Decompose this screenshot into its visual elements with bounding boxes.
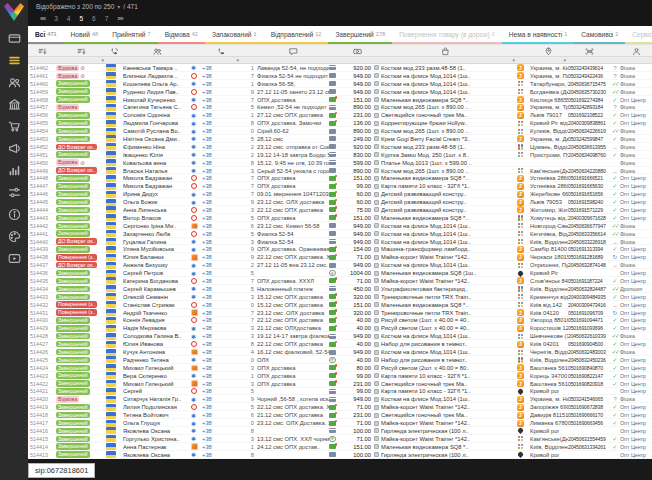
cell-site: Фішка [620, 222, 652, 230]
table-row[interactable]: 514417ЗавершенийОльга Глущук✱+38023.12 с… [28, 419, 652, 427]
column-header-calls[interactable] [241, 45, 257, 56]
table-row[interactable]: 514458ЗавершенийНиколай Кучеренко✱+387ОП… [28, 96, 652, 104]
table-row[interactable]: 514428ЗавершенийСолодкова Галина В..✱+38… [28, 332, 652, 340]
column-header-site[interactable] [620, 45, 652, 56]
column-header-phone[interactable] [202, 45, 241, 56]
pager-page-7[interactable]: 7 [105, 15, 109, 22]
table-row[interactable]: 514447ЗавершенийМикола Бадражан+387ОПХ д… [28, 182, 652, 190]
column-header-order-id[interactable] [28, 45, 56, 56]
table-row[interactable]: 514461Відмова⊘Близнюк Людмила ..+387Фиал… [28, 72, 652, 80]
table-row[interactable]: 514437ДО Возврат ок..Анжела Безушку✱+382… [28, 261, 652, 269]
table-row[interactable]: 514425ЗавершенийРадченко Тетяна✱+380ОЛХ₴… [28, 356, 652, 364]
column-header-sum[interactable] [341, 45, 373, 56]
table-row[interactable]: 514420ВідмоваСитарчук Наталія Гр..✱+389Ч… [28, 395, 652, 403]
pager-last-button[interactable]: »» [117, 15, 122, 22]
table-row[interactable]: 514462Відмова⊘Каневська Тамара ..✱+381Ла… [28, 64, 652, 72]
table-row[interactable]: 514456ЗавершенийСоломія Сідоніна✱+38127.… [28, 111, 652, 119]
filter-status[interactable]: ▾ [56, 57, 106, 63]
column-header-products[interactable] [373, 45, 517, 56]
sidebar-item-settings[interactable] [0, 183, 28, 205]
table-row[interactable]: 514439ЗавершенийУляна Мусійовська✱+389ОП… [28, 245, 652, 253]
status-tab-3[interactable]: Відмова42 [158, 26, 205, 44]
table-row[interactable]: 514427ЗавершенийЮлия Иванова+38822.12 см… [28, 340, 652, 348]
filter-products[interactable]: ▾ [373, 57, 517, 63]
cell-phone: +38 [202, 435, 241, 443]
table-row[interactable]: 514450Відмова⊘Ковальова анна✱+38815.12. … [28, 159, 652, 167]
column-header-ttn[interactable] [568, 45, 610, 56]
table-row[interactable]: 514435ЗавершенийКатерина Богданова+387ОП… [28, 277, 652, 285]
table-row[interactable]: 514455ЗавершенийЛюдмила Гончарова✱+388ОП… [28, 119, 652, 127]
table-row[interactable]: 514444ЗавершенийАнна Липенська+38322.12 … [28, 206, 652, 214]
table-row[interactable]: 514424ЗавершенийМихаил Гилецький+383ОПХ … [28, 364, 652, 372]
column-header-status[interactable] [56, 45, 106, 56]
column-header-payment[interactable] [329, 45, 341, 56]
table-row[interactable]: 514451ЗавершенийІващенко Юлія✱+38219.12 … [28, 151, 652, 159]
sidebar-item-companies[interactable] [0, 95, 28, 117]
table-row[interactable]: 514445ЗавершенийОльга Божик✱+38923.12 см… [28, 198, 652, 206]
sidebar-item-video[interactable] [0, 249, 28, 271]
table-row[interactable]: 514438Повернення (з..Юлия Баланюк+38922.… [28, 253, 652, 261]
pager-page-4[interactable]: 4 [67, 15, 71, 22]
table-row[interactable]: 514429ЗавершенийНадія Мерзаєва✱+38321.12… [28, 324, 652, 332]
table-row[interactable]: 514434ЗавершенийСергей Карамышев✱+385Нал… [28, 285, 652, 293]
table-row[interactable]: 514443ЗавершенийВіктор Власов+385ОПХ дос… [28, 214, 652, 222]
filter-phone[interactable]: ▾ [202, 57, 241, 63]
table-row[interactable]: 514457ВідмоваСапегина Татьяна С..+385Кем… [28, 103, 652, 111]
table-row[interactable]: 514441ЗавершенийЗахарченко Люба+385Фиалк… [28, 230, 652, 238]
table-row[interactable]: 514414ЗавершенийАнна Пастернак+38124.12 … [28, 443, 652, 451]
column-header-address[interactable] [528, 45, 568, 56]
sidebar-item-purchases[interactable] [0, 117, 28, 139]
table-row[interactable]: 514448ЗавершенийМикола Бадражан+387ОПХ д… [28, 174, 652, 182]
column-header-carrier[interactable] [517, 45, 528, 56]
sidebar-item-orders[interactable] [0, 51, 28, 73]
table-row[interactable]: 514454ЗавершенийСамотій Руслана Во..✱+38… [28, 127, 652, 135]
carrier-nova-poshta-icon [517, 333, 524, 340]
cell-client-name: Ситарчук Наталія Гр.. [123, 395, 191, 403]
page-size-caret-icon[interactable]: ▾ [117, 4, 120, 10]
status-tab-8[interactable]: Нема в наявності1 [502, 26, 574, 44]
table-row[interactable]: 514431Повернення (з..Андрій Ткаченко+387… [28, 309, 652, 317]
table-row[interactable]: 514446ЗавершенийИрина Дидух✱+38709.01 зв… [28, 190, 652, 198]
column-header-client[interactable] [123, 45, 191, 56]
table-row[interactable]: 514415ЗавершенийГоргулько Христина..✱+38… [28, 435, 652, 443]
table-row[interactable]: 514452ДО Возврат ок..Єфименко Ніна✱+3822… [28, 143, 652, 151]
sidebar-item-campaigns[interactable] [0, 139, 28, 161]
pager-page-6[interactable]: 6 [92, 15, 96, 22]
pager-first-button[interactable]: «« [40, 15, 45, 22]
table-row[interactable]: 514418ЗавершенийТетяна Войтович✱+38621.1… [28, 411, 652, 419]
sidebar-item-clients[interactable] [0, 73, 28, 95]
sidebar-item-dashboard[interactable] [0, 29, 28, 51]
table-row[interactable]: 514436ЗавершенийСергей Петров✱+385₴1004.… [28, 269, 652, 277]
table-row[interactable]: 514421ЗавершенийСергей+38599.00Карта пам… [28, 388, 652, 396]
column-header-source[interactable] [191, 45, 202, 56]
table-row[interactable]: 514440ДО Возврат ок..Гуцалюк Галина✱+383… [28, 238, 652, 246]
column-header-ttn-status[interactable] [610, 45, 620, 56]
table-row[interactable]: 514442ЗавершенийСергіонко Іріна Ми..+386… [28, 222, 652, 230]
table-row[interactable]: 514423ЗавершенийВера Скляренко✱+381ОПХ д… [28, 372, 652, 380]
table-row[interactable]: 514460ЗавершенийКошелева Ольга Ар..✱+381… [28, 80, 652, 88]
table-row[interactable]: 514459ЗавершенийРуденко Лидия Пав..+3892… [28, 88, 652, 96]
table-row[interactable]: 514449ДО Возврат ок..Власюк Наталья✱+383… [28, 167, 652, 175]
app-logo-icon[interactable] [4, 3, 24, 21]
filter-address[interactable]: ▾ [528, 57, 568, 63]
sidebar-item-info[interactable] [0, 205, 28, 227]
table-row[interactable]: 514430ЗавершенийКсенія Левадня+38722.12 … [28, 317, 652, 325]
table-row[interactable]: 514422ЗавершенийМихаил Гилецький+383ОПХ … [28, 380, 652, 388]
pager-page-5[interactable]: 5 [79, 15, 83, 22]
table-row[interactable]: 514413ЗавершенийЯковлева Оксана✱+388100.… [28, 451, 652, 459]
table-row[interactable]: 514433ЗавершенийОлексій Семанін✱+38315.1… [28, 293, 652, 301]
status-tab-9[interactable]: Самовивіз2 [574, 26, 625, 44]
status-badge: Завершений [56, 412, 90, 419]
table-row[interactable]: 514416ЗавершенийЯковлева Оксана✱+388100.… [28, 427, 652, 435]
table-row[interactable]: 514419ЗавершенийЛилия Подолинская+38522.… [28, 403, 652, 411]
column-header-country[interactable] [106, 45, 123, 56]
sidebar-item-appearance[interactable] [0, 227, 28, 249]
sidebar-item-statistics[interactable] [0, 161, 28, 183]
status-tab-4[interactable]: Запакований1 [205, 26, 264, 44]
table-row[interactable]: 514432Повернення (з..Станіслав Стрижак+3… [28, 301, 652, 309]
table-row[interactable]: 514426ЗавершенийКучук Антонина+38416.12 … [28, 348, 652, 356]
cell-site: Опт Центр [620, 340, 652, 348]
column-header-comment[interactable] [257, 45, 329, 56]
table-row[interactable]: 514453ЗавершенийНікітіна Оксана Дми..✱+3… [28, 135, 652, 143]
pager-page-3[interactable]: 3 [54, 15, 58, 22]
